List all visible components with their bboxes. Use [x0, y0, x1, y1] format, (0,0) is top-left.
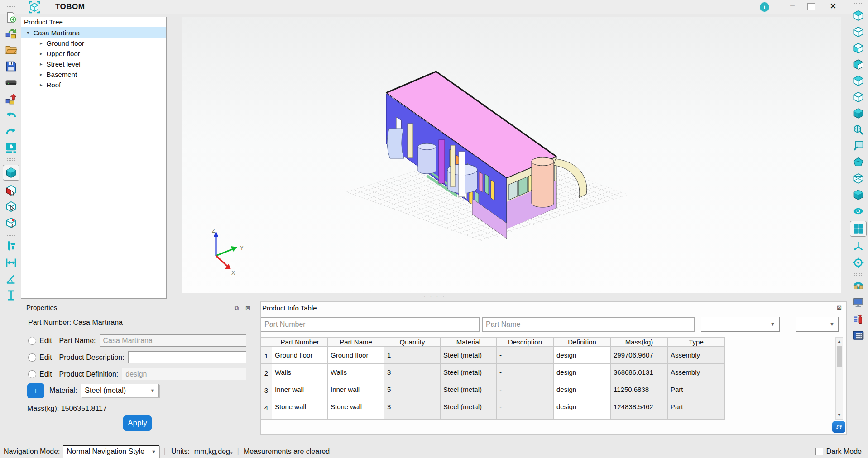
material-select[interactable]: Steel (metal) ▼ — [81, 384, 159, 397]
add-material-button[interactable]: + — [27, 383, 44, 398]
column-header[interactable]: Part Number — [272, 338, 328, 347]
dark-mode-checkbox[interactable] — [815, 448, 823, 455]
view-top-icon[interactable] — [851, 9, 866, 22]
view-bottom-icon[interactable] — [851, 91, 866, 104]
save-icon[interactable] — [4, 60, 19, 73]
quantity-cell[interactable]: 3 — [384, 398, 441, 415]
measure-angle-icon[interactable] — [4, 272, 19, 286]
display-wireframe-icon[interactable] — [851, 172, 866, 185]
select-point-icon[interactable] — [4, 216, 19, 229]
material-cell[interactable]: Steel (metal) — [441, 381, 497, 398]
part-number-cell[interactable] — [272, 415, 328, 420]
table-scrollbar[interactable]: ▲ ▼ — [835, 337, 843, 420]
definition-cell[interactable]: design — [554, 398, 611, 415]
type-cell[interactable]: Part — [668, 381, 725, 398]
maximize-icon[interactable] — [807, 3, 815, 10]
column-header[interactable]: Definition — [554, 338, 611, 347]
shaded-cube-icon[interactable] — [3, 165, 19, 181]
definition-cell[interactable]: design — [554, 364, 611, 381]
mass-cell[interactable]: 368686.0131 — [611, 364, 668, 381]
caret-expanded-icon[interactable]: ▾ — [27, 30, 29, 36]
column-header[interactable]: Part Name — [328, 338, 384, 347]
tree-item-root[interactable]: ▾ Casa Martirana — [21, 27, 166, 38]
display-solid-icon[interactable] — [851, 188, 866, 201]
definition-cell[interactable]: design — [554, 347, 611, 364]
description-cell[interactable]: - — [497, 398, 554, 415]
scroll-down-icon[interactable]: ▼ — [836, 411, 843, 419]
undo-icon[interactable] — [4, 109, 19, 122]
table-row[interactable] — [261, 415, 725, 420]
measure-length-icon[interactable] — [4, 289, 19, 302]
column-header[interactable]: Quantity — [384, 338, 441, 347]
caret-collapsed-icon[interactable]: ▸ — [40, 61, 43, 67]
part-number-cell[interactable]: Inner wall — [272, 381, 328, 398]
table-row[interactable]: 1 Ground floor Ground floor 1 Steel (met… — [261, 347, 725, 364]
compress-icon[interactable] — [851, 312, 866, 325]
mass-cell[interactable]: 124838.5462 — [611, 398, 668, 415]
screen-capture-icon[interactable] — [851, 296, 866, 309]
view-isometric-icon[interactable] — [851, 107, 866, 120]
part-name-cell[interactable]: Walls — [328, 364, 384, 381]
part-name-cell[interactable] — [328, 415, 384, 420]
measure-distance-icon[interactable] — [4, 256, 19, 269]
caret-collapsed-icon[interactable]: ▸ — [40, 82, 43, 88]
quantity-cell[interactable] — [384, 415, 441, 420]
zoom-fit-icon[interactable] — [851, 123, 866, 136]
column-header[interactable]: Type — [668, 338, 725, 347]
edit-radio[interactable] — [28, 337, 36, 345]
part-number-cell[interactable]: Stone wall — [272, 398, 328, 415]
table-row[interactable]: 3 Inner wall Inner wall 5 Steel (metal) … — [261, 381, 725, 398]
scroll-up-icon[interactable]: ▲ — [836, 338, 843, 345]
dark-mode-toggle[interactable]: Dark Mode — [815, 445, 862, 458]
caret-collapsed-icon[interactable]: ▸ — [40, 40, 43, 46]
view-left-icon[interactable] — [851, 58, 866, 71]
material-cell[interactable]: Steel (metal) — [441, 347, 497, 364]
3d-viewport[interactable]: Z Y X — [182, 17, 841, 293]
part-name-cell[interactable]: Stone wall — [328, 398, 384, 415]
apply-button[interactable]: Apply — [123, 415, 152, 431]
material-cell[interactable] — [441, 415, 497, 420]
close-icon[interactable]: ✕ — [827, 1, 839, 14]
show-hide-icon[interactable] — [851, 205, 866, 218]
field-input[interactable] — [100, 334, 247, 347]
view-front-icon[interactable] — [851, 42, 866, 55]
filter-dropdown-2[interactable]: ▼ — [796, 317, 839, 332]
part-number-cell[interactable]: Ground floor — [272, 347, 328, 364]
part-number-filter-input[interactable] — [261, 317, 480, 332]
close-panel-icon[interactable]: ⊠ — [837, 304, 842, 311]
scrollbar-thumb[interactable] — [837, 346, 842, 367]
type-cell[interactable]: Part — [668, 398, 725, 415]
field-input[interactable] — [122, 368, 246, 380]
view-right-icon[interactable] — [851, 74, 866, 87]
mass-cell[interactable]: 11250.6838 — [611, 381, 668, 398]
tree-item[interactable]: ▸ Basement — [21, 69, 166, 80]
field-input[interactable] — [128, 351, 246, 363]
type-cell[interactable]: Assembly — [668, 364, 725, 381]
part-number-cell[interactable]: Walls — [272, 364, 328, 381]
tree-item[interactable]: ▸ Upper floor — [21, 48, 166, 59]
section-view-icon[interactable] — [851, 280, 866, 293]
material-cell[interactable]: Steel (metal) — [441, 398, 497, 415]
column-header[interactable]: Mass(kg) — [611, 338, 668, 347]
mass-cell[interactable]: 299706.9607 — [611, 347, 668, 364]
edit-radio[interactable] — [28, 353, 36, 362]
mass-cell[interactable] — [611, 415, 668, 420]
definition-cell[interactable] — [554, 415, 611, 420]
zoom-window-icon[interactable] — [851, 139, 866, 153]
select-body-icon[interactable] — [4, 200, 19, 213]
table-row[interactable]: 4 Stone wall Stone wall 3 Steel (metal) … — [261, 398, 725, 415]
close-panel-icon[interactable]: ⊠ — [245, 305, 250, 311]
description-cell[interactable] — [497, 415, 554, 420]
popout-icon[interactable]: ⧉ — [235, 305, 239, 312]
table-row[interactable]: 2 Walls Walls 3 Steel (metal) - design 3… — [261, 364, 725, 381]
redo-icon[interactable] — [4, 125, 19, 138]
refresh-table-button[interactable] — [832, 421, 845, 433]
navigation-mode-select[interactable]: Normal Navigation Style ▼ — [63, 445, 159, 458]
display-shaded-icon[interactable] — [851, 156, 866, 169]
definition-cell[interactable]: design — [554, 381, 611, 398]
new-document-icon[interactable] — [4, 11, 19, 24]
filter-dropdown-1[interactable]: ▼ — [701, 317, 780, 332]
column-header[interactable]: Description — [497, 338, 554, 347]
type-cell[interactable]: Assembly — [668, 347, 725, 364]
info-icon[interactable]: i — [760, 2, 769, 12]
